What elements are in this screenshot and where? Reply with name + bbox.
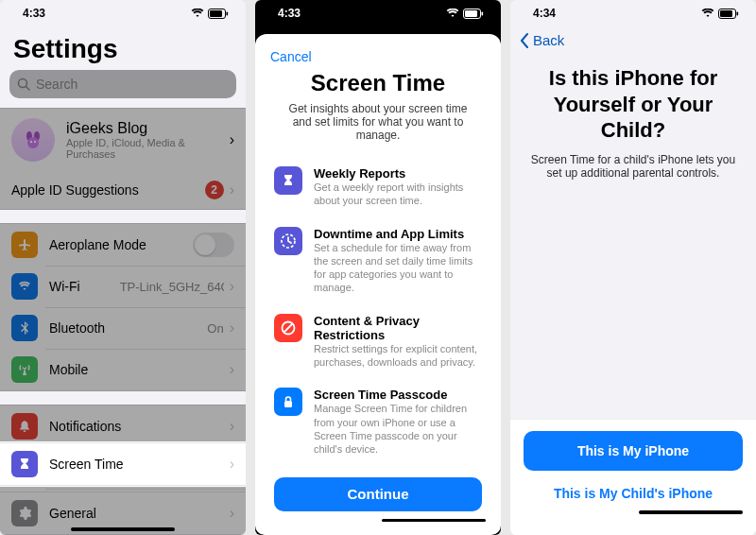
chevron-right-icon: ›: [230, 131, 234, 148]
feature-content: Content & Privacy Restrictions Restrict …: [274, 314, 482, 370]
chevron-left-icon: [520, 33, 529, 48]
aeroplane-icon: [11, 232, 38, 258]
wifi-icon: [446, 9, 459, 18]
lock-icon: [274, 388, 302, 416]
svg-rect-12: [482, 11, 484, 15]
hourglass-icon: [274, 166, 302, 195]
battery-icon: [208, 9, 229, 19]
chevron-right-icon: ›: [230, 361, 234, 378]
feature-downtime: Downtime and App Limits Set a schedule f…: [274, 227, 482, 295]
page-title: Is this iPhone for Yourself or Your Chil…: [525, 65, 741, 144]
chevron-right-icon: ›: [230, 278, 234, 295]
svg-rect-1: [210, 10, 222, 17]
home-indicator: [71, 527, 175, 531]
svg-rect-18: [720, 10, 732, 17]
aeroplane-toggle[interactable]: [193, 233, 234, 257]
row-label: Screen Time: [49, 457, 230, 472]
feature-weekly: Weekly Reports Get a weekly report with …: [274, 166, 482, 208]
row-label: Aeroplane Mode: [49, 237, 193, 252]
sheet-title: Screen Time: [270, 70, 486, 96]
aeroplane-row[interactable]: Aeroplane Mode: [0, 224, 246, 266]
row-label: General: [49, 506, 230, 521]
status-bar: 4:33: [0, 0, 246, 26]
svg-rect-16: [284, 401, 292, 407]
badge: 2: [205, 181, 224, 199]
nosign-icon: [274, 314, 302, 342]
row-label: Apple ID Suggestions: [11, 182, 205, 198]
apple-id-row[interactable]: iGeeks Blog Apple ID, iCloud, Media & Pu…: [0, 109, 246, 171]
row-value: TP-Link_5GHz_64C7CF: [120, 280, 224, 294]
feature-desc: Manage Screen Time for children from you…: [314, 402, 482, 456]
svg-rect-19: [737, 11, 739, 15]
clock-icon: [274, 227, 302, 255]
gear-icon: [11, 500, 38, 526]
feature-desc: Set a schedule for time away from the sc…: [314, 241, 482, 295]
screen-time-sheet: Cancel Screen Time Get insights about yo…: [255, 34, 501, 535]
antenna-icon: [11, 356, 38, 383]
bottom-sheet: This is My iPhone This is My Child's iPh…: [510, 419, 756, 535]
svg-rect-2: [227, 11, 229, 15]
my-iphone-button[interactable]: This is My iPhone: [524, 431, 743, 471]
row-label: Bluetooth: [49, 320, 207, 336]
feature-passcode: Screen Time Passcode Manage Screen Time …: [274, 388, 482, 456]
svg-point-7: [27, 137, 39, 148]
wifi-icon: [11, 273, 38, 300]
wifi-icon: [191, 9, 204, 18]
row-label: Wi-Fi: [49, 279, 120, 294]
search-placeholder: Search: [36, 77, 77, 92]
page-subtitle: Screen Time for a child's iPhone lets yo…: [527, 153, 739, 180]
chevron-right-icon: ›: [230, 181, 234, 198]
chevron-right-icon: ›: [230, 418, 234, 435]
wifi-icon: [701, 9, 714, 18]
row-label: Mobile: [49, 362, 230, 377]
continue-button[interactable]: Continue: [274, 477, 482, 511]
search-icon: [17, 78, 30, 91]
page-title: Settings: [0, 26, 246, 70]
svg-line-4: [26, 87, 30, 91]
svg-point-8: [30, 141, 32, 143]
wifi-row[interactable]: Wi-Fi TP-Link_5GHz_64C7CF ›: [0, 266, 246, 307]
feature-title: Screen Time Passcode: [314, 388, 482, 402]
svg-line-15: [284, 323, 293, 332]
svg-rect-11: [465, 10, 477, 17]
mobile-row[interactable]: Mobile ›: [0, 349, 246, 390]
apple-id-suggestions-row[interactable]: Apple ID Suggestions 2 ›: [0, 171, 246, 209]
chevron-right-icon: ›: [230, 456, 234, 473]
sheet-subtitle: Get insights about your screen time and …: [280, 102, 476, 142]
bluetooth-row[interactable]: Bluetooth On ›: [0, 307, 246, 349]
profile-name: iGeeks Blog: [66, 120, 230, 137]
notifications-row[interactable]: Notifications ›: [0, 406, 246, 447]
feature-title: Weekly Reports: [314, 166, 482, 181]
back-label: Back: [533, 32, 564, 48]
home-indicator: [382, 519, 486, 522]
search-input[interactable]: Search: [9, 70, 236, 98]
chevron-right-icon: ›: [230, 505, 234, 522]
hourglass-icon: [11, 451, 38, 477]
childs-iphone-button[interactable]: This is My Child's iPhone: [524, 480, 743, 507]
row-value: On: [207, 321, 223, 336]
profile-sub: Apple ID, iCloud, Media & Purchases: [66, 137, 230, 160]
feature-title: Content & Privacy Restrictions: [314, 314, 482, 342]
feature-desc: Restrict settings for explicit content, …: [314, 342, 482, 370]
avatar: [11, 118, 55, 162]
battery-icon: [463, 9, 484, 19]
bell-icon: [11, 413, 38, 440]
clock: 4:33: [278, 7, 301, 20]
feature-desc: Get a weekly report with insights about …: [314, 181, 482, 208]
status-bar: 4:34: [510, 0, 756, 26]
home-indicator: [639, 510, 743, 514]
feature-title: Downtime and App Limits: [314, 227, 482, 241]
chevron-right-icon: ›: [230, 319, 234, 337]
cancel-button[interactable]: Cancel: [270, 43, 486, 66]
svg-point-9: [34, 141, 36, 143]
row-label: Notifications: [49, 419, 230, 434]
clock: 4:33: [23, 7, 45, 20]
battery-icon: [718, 9, 739, 19]
bluetooth-icon: [11, 315, 38, 341]
back-button[interactable]: Back: [510, 26, 756, 52]
status-bar: 4:33: [255, 0, 501, 26]
clock: 4:34: [533, 7, 556, 20]
